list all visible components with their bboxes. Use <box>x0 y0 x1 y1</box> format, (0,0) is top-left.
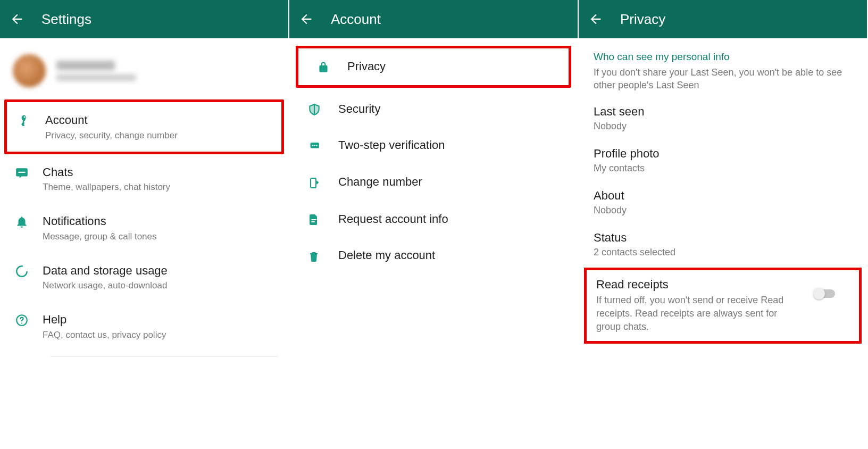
privacy-header: Privacy <box>579 0 867 38</box>
svg-point-2 <box>21 323 22 324</box>
item-sub: Network usage, auto-download <box>43 280 279 291</box>
item-title: Request account info <box>338 212 568 227</box>
privacy-item-profilephoto[interactable]: Profile photo My contacts <box>594 147 852 174</box>
item-sub: Theme, wallpapers, chat history <box>43 182 279 193</box>
privacy-content: Who can see my personal info If you don'… <box>579 38 867 268</box>
account-title: Account <box>331 11 381 28</box>
privacy-title: Privacy <box>620 11 665 28</box>
item-title: Data and storage usage <box>43 263 279 279</box>
settings-item-notifications[interactable]: Notifications Message, group & call tone… <box>0 203 288 253</box>
settings-content: Account Privacy, security, change number… <box>0 38 288 449</box>
item-description: If turned off, you won't send or receive… <box>596 294 788 334</box>
account-header: Account <box>289 0 578 38</box>
document-icon <box>307 212 338 227</box>
item-title: Last seen <box>594 105 852 119</box>
item-sub: FAQ, contact us, privacy policy <box>43 330 279 340</box>
settings-item-help[interactable]: Help FAQ, contact us, privacy policy <box>0 302 288 351</box>
profile-text <box>56 61 136 81</box>
account-item-requestinfo[interactable]: Request account info <box>289 201 578 238</box>
privacy-item-lastseen[interactable]: Last seen Nobody <box>594 105 852 132</box>
settings-item-account[interactable]: Account Privacy, security, change number <box>7 102 281 152</box>
profile-row[interactable] <box>0 43 288 99</box>
item-title: Help <box>43 312 279 328</box>
bell-icon <box>15 214 43 229</box>
item-title: Profile photo <box>594 147 852 161</box>
item-value: 2 contacts selected <box>594 247 852 258</box>
back-icon[interactable] <box>10 12 24 27</box>
settings-title: Settings <box>41 11 91 28</box>
lock-icon <box>316 59 347 74</box>
trash-icon <box>307 248 338 263</box>
account-item-privacy[interactable]: Privacy <box>298 48 569 85</box>
privacy-highlight: Privacy <box>296 46 571 88</box>
key-icon <box>18 113 45 128</box>
item-title: Read receipts <box>596 278 849 292</box>
settings-item-chats[interactable]: Chats Theme, wallpapers, chat history <box>0 154 288 204</box>
item-title: Two-step verification <box>338 138 568 153</box>
account-item-twostep[interactable]: Two-step verification <box>289 127 578 164</box>
read-receipts-toggle[interactable] <box>813 288 837 299</box>
item-title: Change number <box>338 174 568 190</box>
avatar <box>13 54 46 87</box>
item-title: Security <box>338 102 568 117</box>
toggle-thumb <box>813 288 825 300</box>
account-highlight: Account Privacy, security, change number <box>4 99 284 154</box>
item-title: Notifications <box>43 214 279 229</box>
item-value: Nobody <box>594 205 852 216</box>
change-number-icon <box>307 174 338 190</box>
section-heading: Who can see my personal info <box>594 51 852 63</box>
item-title: Chats <box>43 165 279 180</box>
item-sub: Message, group & call tones <box>43 231 279 242</box>
svg-point-0 <box>16 266 27 277</box>
account-item-changenumber[interactable]: Change number <box>289 164 578 201</box>
help-icon <box>15 312 43 327</box>
shield-icon <box>307 102 338 117</box>
svg-rect-7 <box>311 178 316 188</box>
account-item-delete[interactable]: Delete my account <box>289 237 578 274</box>
svg-point-5 <box>314 145 315 146</box>
divider <box>51 356 278 357</box>
chat-icon <box>15 165 43 180</box>
settings-panel: Settings Account Privacy, security, chan… <box>0 0 289 449</box>
read-receipts-highlight: Read receipts If turned off, you won't s… <box>584 268 862 344</box>
privacy-item-readreceipts[interactable]: Read receipts If turned off, you won't s… <box>596 278 849 334</box>
privacy-item-about[interactable]: About Nobody <box>594 189 852 216</box>
data-icon <box>15 263 43 278</box>
item-sub: Privacy, security, change number <box>45 130 272 141</box>
account-content: Privacy Security Two-step verification <box>289 38 578 449</box>
privacy-item-status[interactable]: Status 2 contacts selected <box>594 231 852 258</box>
settings-header: Settings <box>0 0 288 38</box>
item-title: Account <box>45 113 272 128</box>
svg-point-4 <box>312 145 313 146</box>
item-title: Privacy <box>347 59 559 74</box>
svg-point-6 <box>316 145 317 146</box>
item-title: Delete my account <box>338 248 568 263</box>
account-item-security[interactable]: Security <box>289 91 578 128</box>
item-value: My contacts <box>594 163 852 174</box>
item-value: Nobody <box>594 121 852 132</box>
password-icon <box>307 140 338 151</box>
back-icon[interactable] <box>299 12 314 27</box>
settings-item-data[interactable]: Data and storage usage Network usage, au… <box>0 253 288 302</box>
item-title: Status <box>594 231 852 245</box>
section-description: If you don't share your Last Seen, you w… <box>594 66 852 92</box>
back-icon[interactable] <box>588 12 603 27</box>
privacy-panel: Privacy Who can see my personal info If … <box>579 0 868 449</box>
item-title: About <box>594 189 852 203</box>
account-panel: Account Privacy Security <box>289 0 579 449</box>
